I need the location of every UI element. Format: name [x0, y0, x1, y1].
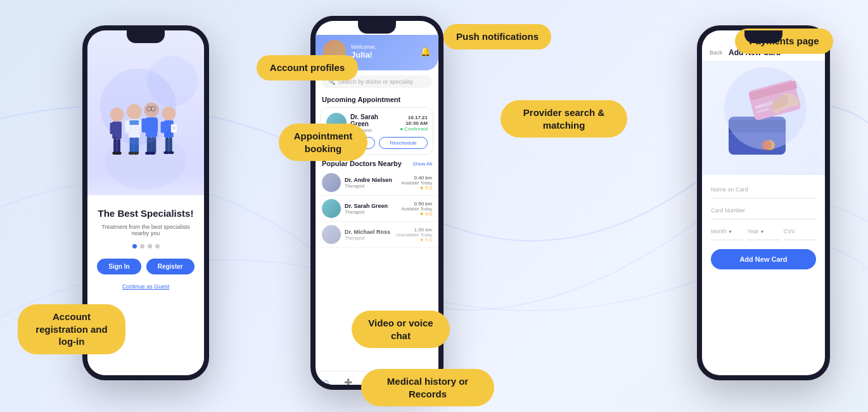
doc3-spec: Therapist: [345, 235, 392, 241]
expiry-cvv-row: Month ▼ Year ▼ CVV: [711, 223, 816, 240]
push-notifications-label: Push notifications: [444, 24, 551, 49]
doc2-avatar: [322, 199, 341, 218]
doc3-availability: Unavailable Today: [396, 233, 432, 237]
svg-point-33: [116, 151, 122, 155]
illustration-bg: [724, 67, 807, 150]
welcome-text: Welcome,: [351, 44, 420, 50]
medical-history-label: Medical history or Records: [361, 369, 494, 406]
briefcase-nav-icon[interactable]: ✚: [344, 377, 352, 389]
phone1-notch: [127, 30, 165, 43]
doctor-item-1[interactable]: Dr. Andre Nielsen Therapist 0.40 km Avai…: [316, 170, 438, 196]
add-new-card-button[interactable]: Add New Card: [711, 249, 816, 269]
card-number-label: Card Number: [711, 207, 816, 214]
doc1-name: Dr. Andre Nielsen: [345, 177, 397, 183]
cvv-label: CVV: [784, 228, 816, 235]
confirmed-text: Confirmed: [404, 126, 428, 132]
doctor-item-2[interactable]: Dr. Sarah Green Therapist 0.50 km Availa…: [316, 196, 438, 222]
year-dropdown-arrow: ▼: [760, 229, 765, 234]
doc1-availability: Available Today: [401, 181, 432, 185]
doc1-avatar: [322, 173, 341, 192]
notification-icon[interactable]: 🔔: [420, 46, 431, 56]
card-number-field[interactable]: Card Number: [711, 202, 816, 219]
dot-active: [132, 244, 137, 248]
appointment-status: ● Confirmed: [400, 126, 428, 132]
doc2-spec: Therapist: [345, 209, 397, 215]
svg-point-39: [168, 151, 174, 154]
svg-rect-5: [113, 139, 117, 153]
doc2-rating: ★ 4.0: [401, 211, 432, 217]
phone3-screen: Back Add New Card: [702, 30, 825, 380]
name-field[interactable]: Name on Card: [711, 181, 816, 198]
phone1-buttons: Sign In Register: [97, 259, 195, 274]
account-profiles-label: Account profiles: [257, 55, 358, 80]
back-button[interactable]: Back: [710, 49, 722, 56]
doc3-rating: ★ 5.0: [396, 237, 432, 243]
doc1-info: Dr. Andre Nielsen Therapist: [345, 177, 397, 189]
doctor-item-3[interactable]: Dr. Michael Ross Therapist 1.00 km Unava…: [316, 222, 438, 248]
doc2-distance: 0.50 km: [401, 201, 432, 207]
video-voice-label: Video or voice chat: [352, 311, 450, 348]
svg-rect-6: [117, 139, 120, 153]
continue-guest-link[interactable]: Continue as Guest: [122, 283, 170, 290]
dot-4: [155, 244, 160, 248]
user-name: Julia!: [351, 50, 420, 60]
phone1-title: The Best Specialists!: [98, 208, 194, 219]
phone-3: Back Add New Card: [697, 25, 830, 380]
upcoming-title: Upcoming Appointment: [316, 93, 438, 107]
phone3-notch: [744, 30, 782, 43]
card-illustration-area: [702, 61, 825, 175]
name-label: Name on Card: [711, 186, 816, 193]
dot-3: [148, 244, 152, 248]
svg-point-35: [133, 151, 139, 155]
svg-rect-27: [165, 138, 169, 153]
doc3-distance: 1.00 km: [396, 227, 432, 233]
confirmed-dot: ●: [400, 126, 403, 132]
home-nav-icon[interactable]: ⌂: [323, 377, 329, 389]
doc3-meta: 1.00 km Unavailable Today ★ 5.0: [396, 227, 432, 243]
doc2-info: Dr. Sarah Green Therapist: [345, 203, 397, 215]
doc2-availability: Available Today: [401, 207, 432, 211]
doc2-name: Dr. Sarah Green: [345, 203, 397, 209]
appointment-date: 10.17.21: [400, 115, 428, 120]
signin-button[interactable]: Sign In: [97, 259, 141, 274]
doc1-spec: Therapist: [345, 183, 397, 189]
provider-search-label: Provider search & matching: [501, 100, 627, 138]
doc3-name: Dr. Michael Ross: [345, 229, 392, 235]
appointment-booking-label: Appointment booking: [279, 124, 367, 161]
svg-rect-29: [171, 124, 177, 132]
phone2-notch: [358, 21, 396, 34]
show-all-link[interactable]: Show All: [412, 161, 432, 167]
doc2-meta: 0.50 km Available Today ★ 4.0: [401, 201, 432, 217]
month-dropdown-arrow: ▼: [728, 229, 732, 234]
doc1-distance: 0.40 km: [401, 175, 432, 181]
reschedule-button[interactable]: Reschedule: [379, 137, 428, 149]
dot-2: [140, 244, 144, 248]
month-field[interactable]: Month ▼: [711, 223, 743, 240]
deco-circle-2: [147, 56, 198, 106]
doc3-avatar: [322, 225, 341, 244]
doc1-meta: 0.40 km Available Today ★ 5.0: [401, 175, 432, 191]
account-registration-label: Account registration and log-in: [18, 304, 125, 354]
year-field[interactable]: Year ▼: [747, 223, 779, 240]
card-form: Name on Card Card Number Month ▼ Year ▼: [702, 175, 825, 276]
month-label: Month ▼: [711, 228, 743, 235]
phone1-subtitle: Treatment from the best specialists near…: [97, 224, 195, 236]
cvv-field[interactable]: CVV: [784, 223, 816, 240]
phone1-pagination: [132, 244, 160, 248]
appointment-time-value: 10:30 AM: [400, 120, 428, 126]
svg-point-37: [150, 151, 155, 155]
doc1-rating: ★ 5.0: [401, 185, 432, 191]
phone2-welcome-area: Welcome, Julia!: [346, 44, 420, 60]
doc3-info: Dr. Michael Ross Therapist: [345, 229, 392, 241]
svg-rect-28: [169, 138, 172, 153]
register-button[interactable]: Register: [146, 259, 195, 274]
appointment-time: 10.17.21 10:30 AM ● Confirmed: [400, 115, 428, 132]
year-label: Year ▼: [747, 228, 779, 235]
